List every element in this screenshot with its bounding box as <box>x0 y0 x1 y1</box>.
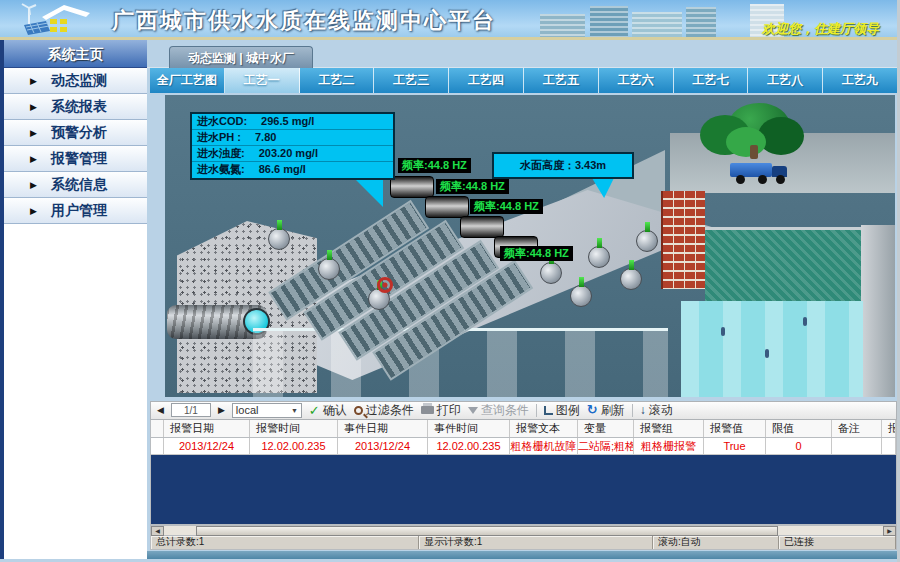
column-header[interactable]: 报警日期 <box>164 420 250 437</box>
scroll-left-button[interactable]: ◀ <box>151 526 164 536</box>
tab-process-6[interactable]: 工艺六 <box>599 68 674 93</box>
valve-flange <box>318 258 340 280</box>
arrow-right-icon: ▶ <box>30 76 37 86</box>
arrow-right-icon: ▶ <box>30 206 37 216</box>
sidebar-item-warning-analysis[interactable]: ▶预警分析 <box>4 120 147 146</box>
tree-trunk <box>750 145 758 159</box>
valve-flange <box>588 246 610 268</box>
screen-water-pool <box>253 328 668 397</box>
alarm-toolbar: ◀ 1/1 ▶ local▼ ✓确认 过滤条件 打印 查询条件 图例 ↻刷新 ↓… <box>150 401 897 420</box>
alarm-table-row[interactable]: 2013/12/24 12.02.00.235 2013/12/24 12.02… <box>150 438 897 455</box>
valve-flange <box>620 268 642 290</box>
building <box>632 12 682 40</box>
column-header[interactable]: 限值 <box>766 420 832 437</box>
sidebar-item-alarm-management[interactable]: ▶报警管理 <box>4 146 147 172</box>
tree <box>700 99 810 161</box>
breadcrumb[interactable]: 动态监测 | 城中水厂 <box>169 46 313 68</box>
column-header[interactable]: 事件日期 <box>338 420 428 437</box>
inlet-pipe <box>167 305 267 339</box>
scroll-button[interactable]: ↓滚动 <box>640 402 673 419</box>
frequency-label-1: 频率:44.8 HZ <box>398 158 471 173</box>
sidebar-item-system-reports[interactable]: ▶系统报表 <box>4 94 147 120</box>
column-header[interactable]: 报警值 <box>704 420 766 437</box>
column-header[interactable]: 报警文本 <box>510 420 578 437</box>
sidebar-item-user-management[interactable]: ▶用户管理 <box>4 198 147 224</box>
alarm-table-header: 报警日期 报警时间 事件日期 事件时间 报警文本 变量 报警组 报警值 限值 备… <box>150 420 897 438</box>
column-header[interactable]: 备注 <box>832 420 882 437</box>
callout-tail <box>355 179 383 207</box>
screen-motor-2 <box>425 196 469 218</box>
logo-house-icon <box>20 3 98 37</box>
column-header[interactable]: 报警 <box>882 420 896 437</box>
valve-flange <box>268 228 290 250</box>
column-header[interactable]: 变量 <box>578 420 634 437</box>
water-level-callout: 水面高度：3.43m <box>492 152 634 179</box>
scrollbar-thumb[interactable] <box>196 526 778 536</box>
breadcrumb-row: 动态监测 | 城中水厂 <box>147 40 900 68</box>
page-indicator[interactable]: 1/1 <box>171 403 211 417</box>
divider <box>536 404 537 417</box>
scroll-right-button[interactable]: ▶ <box>883 526 896 536</box>
process-tabs: 全厂工艺图 工艺一 工艺二 工艺三 工艺四 工艺五 工艺六 工艺七 工艺八 工艺… <box>150 68 897 93</box>
tab-process-5[interactable]: 工艺五 <box>524 68 599 93</box>
refresh-button[interactable]: ↻刷新 <box>587 402 625 419</box>
sidebar-item-system-info[interactable]: ▶系统信息 <box>4 172 147 198</box>
arrow-right-icon: ▶ <box>30 180 37 190</box>
row-selector <box>151 438 164 455</box>
arrow-right-icon: ▶ <box>30 102 37 112</box>
tab-process-9[interactable]: 工艺九 <box>823 68 897 93</box>
tab-process-2[interactable]: 工艺二 <box>300 68 375 93</box>
frequency-label-4: 频率:44.8 HZ <box>500 246 573 261</box>
tab-process-8[interactable]: 工艺八 <box>748 68 823 93</box>
building <box>540 14 585 40</box>
row-selector-header <box>151 420 164 437</box>
tab-process-3[interactable]: 工艺三 <box>374 68 449 93</box>
valve-flange <box>540 262 562 284</box>
status-scroll-mode: 滚动:自动 <box>653 536 779 549</box>
sidebar: 系统主页 ▶动态监测 ▶系统报表 ▶预警分析 ▶报警管理 ▶系统信息 ▶用户管理 <box>0 40 147 559</box>
right-water-pool <box>681 301 863 397</box>
refresh-icon: ↻ <box>587 405 598 415</box>
divider <box>632 404 633 417</box>
server-select[interactable]: local▼ <box>232 403 302 418</box>
status-displayed-records: 显示计录数:1 <box>419 536 653 549</box>
valve-flange <box>636 230 658 252</box>
status-bar: 总计录数:1 显示计录数:1 滚动:自动 已连接 <box>150 536 897 550</box>
column-header[interactable]: 报警时间 <box>250 420 338 437</box>
alarm-table-body <box>150 455 897 525</box>
funnel-icon <box>468 407 478 414</box>
header: 广西城市供水水质在线监测中心平台 欢迎您，住建厅领导 <box>0 0 897 40</box>
bottom-border <box>147 551 900 559</box>
chevron-down-icon: ▼ <box>291 407 298 414</box>
inlet-params-callout: 进水COD:296.5 mg/l 进水PH :7.80 进水浊度:203.20 … <box>190 112 395 180</box>
tab-plant-overview[interactable]: 全厂工艺图 <box>150 68 225 93</box>
prev-page-button[interactable]: ◀ <box>157 405 164 415</box>
right-wall <box>861 225 895 397</box>
aeration-basin <box>705 227 863 303</box>
valve-flange <box>570 285 592 307</box>
app-window: 广西城市供水水质在线监测中心平台 欢迎您，住建厅领导 系统主页 ▶动态监测 ▶系… <box>0 0 900 562</box>
legend-button[interactable]: 图例 <box>544 402 580 419</box>
brick-wall <box>661 191 705 289</box>
arrow-right-icon: ▶ <box>30 128 37 138</box>
printer-icon <box>421 406 434 414</box>
process-diagram: 频率:44.8 HZ 频率:44.8 HZ 频率:44.8 HZ 频率:44.8… <box>165 95 895 397</box>
screen-motor-1 <box>390 176 434 198</box>
query-button[interactable]: 查询条件 <box>468 402 529 419</box>
valve-wheel <box>377 277 393 293</box>
frequency-label-2: 频率:44.8 HZ <box>436 179 509 194</box>
print-button[interactable]: 打印 <box>421 402 461 419</box>
horizontal-scrollbar[interactable]: ◀ ▶ <box>150 525 897 537</box>
column-header[interactable]: 报警组 <box>634 420 704 437</box>
tab-process-4[interactable]: 工艺四 <box>449 68 524 93</box>
tab-process-1[interactable]: 工艺一 <box>225 68 300 93</box>
confirm-button[interactable]: ✓确认 <box>309 402 347 419</box>
building <box>686 7 716 40</box>
column-header[interactable]: 事件时间 <box>428 420 510 437</box>
tab-process-7[interactable]: 工艺七 <box>674 68 749 93</box>
sidebar-item-home[interactable]: 系统主页 <box>4 40 147 68</box>
next-page-button[interactable]: ▶ <box>218 405 225 415</box>
building <box>590 6 628 40</box>
sidebar-item-dynamic-monitoring[interactable]: ▶动态监测 <box>4 68 147 94</box>
filter-button[interactable]: 过滤条件 <box>354 402 414 419</box>
